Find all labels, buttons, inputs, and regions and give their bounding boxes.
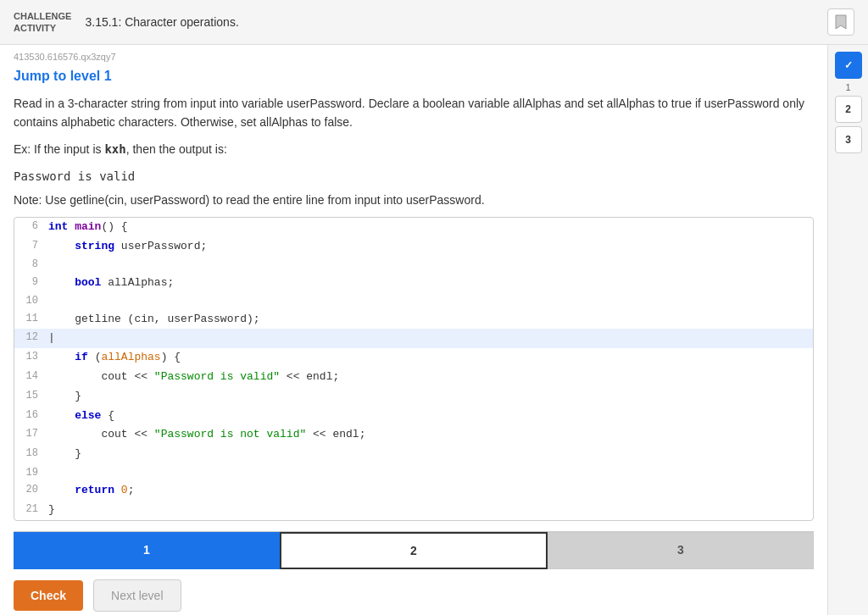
action-bar: Check Next level: [0, 569, 827, 615]
output-block: Password is valid: [0, 163, 827, 193]
code-line-20: 20 return 0;: [14, 481, 813, 501]
code-line-14: 14 cout << "Password is valid" << endl;: [14, 368, 813, 387]
line-num-20: 20: [14, 481, 45, 498]
line-content-9: bool allAlphas;: [45, 274, 813, 293]
sidebar-level-2-label: 2: [845, 103, 851, 115]
line-num-19: 19: [14, 464, 45, 481]
code-line-10: 10: [14, 292, 813, 309]
challenge-label: CHALLENGE ACTIVITY: [14, 10, 71, 35]
line-num-9: 9: [14, 274, 45, 291]
line-num-6: 6: [14, 218, 45, 235]
code-line-21: 21 }: [14, 501, 813, 520]
line-num-21: 21: [14, 501, 45, 518]
line-num-16: 16: [14, 407, 45, 424]
code-line-12[interactable]: 12 |: [14, 329, 813, 348]
sidebar-level-1[interactable]: ✓: [835, 52, 862, 79]
line-content-10: [45, 292, 813, 294]
bookmark-icon: [834, 14, 848, 30]
line-num-14: 14: [14, 368, 45, 385]
example-prefix: Ex: If the input is: [14, 142, 104, 156]
line-content-11: getline (cin, userPassword);: [45, 310, 813, 330]
description: Read in a 3-character string from input …: [0, 94, 827, 142]
code-line-8: 8: [14, 256, 813, 273]
sidebar-level-3[interactable]: 3: [835, 126, 862, 153]
sidebar-label-1: 1: [845, 82, 850, 92]
line-content-16: else {: [45, 407, 813, 426]
line-num-17: 17: [14, 425, 45, 442]
line-content-7: string userPassword;: [45, 237, 813, 257]
example: Ex: If the input is kxh, then the output…: [0, 142, 827, 163]
line-content-15: }: [45, 387, 813, 407]
line-num-11: 11: [14, 310, 45, 327]
tab-bar: 1 2 3: [14, 531, 814, 569]
code-line-13: 13 if (allAlphas) {: [14, 348, 813, 368]
code-line-18: 18 }: [14, 445, 813, 464]
tab-1[interactable]: 1: [14, 532, 280, 569]
line-content-17: cout << "Password is not valid" << endl;: [45, 425, 813, 445]
level-heading: Jump to level 1: [0, 65, 827, 94]
line-content-14: cout << "Password is valid" << endl;: [45, 368, 813, 387]
line-content-8: [45, 256, 813, 258]
sidebar: ✓ 1 2 3: [827, 45, 868, 615]
line-num-7: 7: [14, 237, 45, 254]
example-code: kxh: [104, 142, 125, 156]
tab-2[interactable]: 2: [280, 532, 548, 569]
line-content-13: if (allAlphas) {: [45, 348, 813, 368]
code-line-19: 19: [14, 464, 813, 481]
sidebar-level-2[interactable]: 2: [835, 96, 862, 123]
activity-id: 413530.616576.qx3zqy7: [0, 45, 827, 65]
line-num-13: 13: [14, 348, 45, 365]
challenge-title: 3.15.1: Character operations.: [85, 15, 814, 29]
code-editor[interactable]: 6 int main() { 7 string userPassword; 8 …: [14, 217, 814, 521]
check-button[interactable]: Check: [14, 580, 83, 611]
line-content-20: return 0;: [45, 481, 813, 501]
code-line-11: 11 getline (cin, userPassword);: [14, 310, 813, 330]
line-content-18: }: [45, 445, 813, 464]
code-line-17: 17 cout << "Password is not valid" << en…: [14, 425, 813, 445]
bookmark-button[interactable]: [827, 8, 854, 36]
tab-3[interactable]: 3: [548, 532, 814, 569]
sidebar-level-3-label: 3: [845, 134, 851, 146]
code-line-15: 15 }: [14, 387, 813, 407]
line-content-12: |: [45, 329, 813, 348]
sidebar-check-icon: ✓: [844, 59, 853, 71]
next-level-button[interactable]: Next level: [93, 579, 181, 612]
line-num-8: 8: [14, 256, 45, 273]
content-area: 413530.616576.qx3zqy7 Jump to level 1 Re…: [0, 45, 827, 615]
line-num-18: 18: [14, 445, 45, 462]
code-line-16: 16 else {: [14, 407, 813, 426]
line-content-21: }: [45, 501, 813, 520]
line-num-15: 15: [14, 387, 45, 404]
example-suffix: , then the output is:: [126, 142, 227, 156]
note: Note: Use getline(cin, userPassword) to …: [0, 193, 827, 217]
line-num-10: 10: [14, 292, 45, 309]
code-line-9: 9 bool allAlphas;: [14, 274, 813, 293]
line-content-19: [45, 464, 813, 466]
line-num-12: 12: [14, 329, 45, 346]
code-line-6: 6 int main() {: [14, 218, 813, 237]
code-line-7: 7 string userPassword;: [14, 237, 813, 257]
line-content-6: int main() {: [45, 218, 813, 237]
main-container: 413530.616576.qx3zqy7 Jump to level 1 Re…: [0, 45, 868, 615]
challenge-header: CHALLENGE ACTIVITY 3.15.1: Character ope…: [0, 0, 868, 45]
